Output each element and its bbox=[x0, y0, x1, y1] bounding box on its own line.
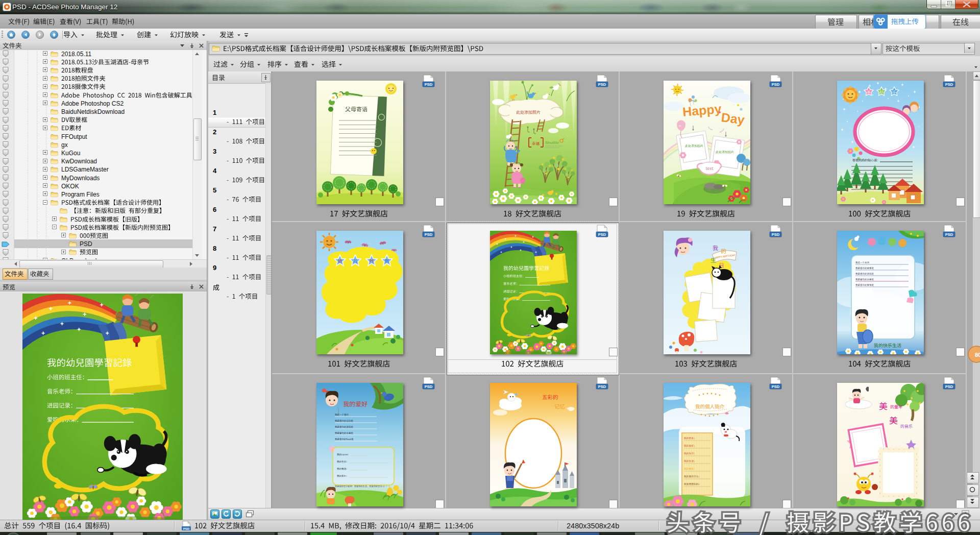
svg-text:PSD: PSD bbox=[598, 82, 606, 87]
svg-text:PSD: PSD bbox=[945, 384, 953, 389]
svg-text:PSD: PSD bbox=[772, 82, 780, 87]
svg-text:PSD: PSD bbox=[945, 232, 953, 237]
svg-text:Day: Day bbox=[720, 110, 745, 127]
svg-text:80: 80 bbox=[975, 352, 980, 358]
svg-text:PSD: PSD bbox=[425, 232, 433, 237]
svg-text:text: text bbox=[706, 166, 714, 171]
svg-text:PSD: PSD bbox=[598, 384, 606, 389]
svg-text:PSD: PSD bbox=[425, 82, 433, 87]
svg-text:PSD: PSD bbox=[772, 232, 780, 237]
svg-text:PSD: PSD bbox=[598, 232, 606, 237]
svg-text:PSD: PSD bbox=[183, 527, 190, 530]
svg-text:PSD: PSD bbox=[945, 82, 953, 87]
svg-text:Shuttle: Shuttle bbox=[545, 140, 559, 145]
svg-text:PSD: PSD bbox=[425, 384, 433, 389]
svg-text:PSD: PSD bbox=[772, 384, 780, 389]
